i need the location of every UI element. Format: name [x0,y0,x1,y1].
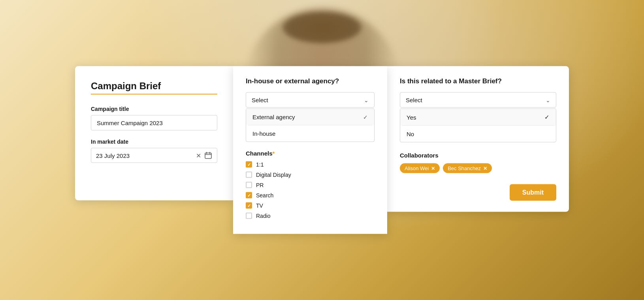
channel-digital-display-checkbox[interactable] [246,172,252,178]
date-input-value: 23 July 2023 [96,152,196,159]
channels-required-star: * [273,150,275,157]
panels-wrapper: Campaign Brief Campaign title In market … [75,66,569,234]
channel-1-1[interactable]: 1:1 [246,161,375,168]
calendar-icon[interactable] [204,152,212,159]
collaborator-alison-remove[interactable]: ✕ [431,165,435,171]
agency-dropdown-list: External agency ✓ In-house [246,109,375,142]
campaign-brief-title: Campaign Brief [91,81,217,92]
channel-radio-checkbox[interactable] [246,213,252,219]
channel-digital-display-label: Digital Display [256,172,291,178]
master-dropdown-list: Yes ✓ No [400,109,556,142]
agency-option-inhouse[interactable]: In-house [246,126,374,142]
in-market-date-label: In market date [91,139,217,145]
campaign-title-input[interactable] [91,115,217,131]
channel-search[interactable]: Search [246,192,375,199]
channel-pr-label: PR [256,182,264,188]
agency-option-external-label: External agency [252,114,295,120]
channel-tv-label: TV [256,202,263,209]
panel-master: Is this related to a Master Brief? Selec… [387,66,569,212]
clear-date-icon[interactable]: ✕ [196,152,201,159]
master-option-yes-label: Yes [407,114,416,120]
master-option-yes-check: ✓ [544,114,550,121]
channel-radio[interactable]: Radio [246,213,375,219]
collaborator-bec-remove[interactable]: ✕ [483,165,487,171]
agency-option-external[interactable]: External agency ✓ [246,109,374,125]
master-option-no[interactable]: No [400,126,556,142]
master-select-placeholder: Select [406,97,422,103]
agency-select-box[interactable]: Select ⌄ [246,92,375,108]
panel-agency: In-house or external agency? Select ⌄ Ex… [233,66,387,234]
channel-pr[interactable]: PR [246,182,375,188]
collaborators-tags: Alison Wei ✕ Bec Shanchez ✕ [400,163,556,173]
master-option-no-label: No [407,131,414,137]
date-input-icons: ✕ [196,152,212,159]
collaborator-bec-name: Bec Shanchez [448,165,481,171]
channel-1-1-checkbox[interactable] [246,161,252,168]
master-brief-title: Is this related to a Master Brief? [400,77,556,85]
date-input-wrapper: 23 July 2023 ✕ [91,148,217,163]
agency-option-external-check: ✓ [363,114,368,120]
channel-tv[interactable]: TV [246,202,375,209]
collaborator-alison-name: Alison Wei [405,165,429,171]
channel-tv-checkbox[interactable] [246,202,252,209]
master-option-yes[interactable]: Yes ✓ [400,109,556,126]
submit-button[interactable]: Submit [510,184,556,201]
channel-search-label: Search [256,192,273,199]
collaborator-tag-alison: Alison Wei ✕ [400,163,440,173]
channel-1-1-label: 1:1 [256,161,264,168]
agency-select-placeholder: Select [252,97,268,103]
channel-pr-checkbox[interactable] [246,182,252,188]
svg-rect-0 [205,153,211,159]
channel-digital-display[interactable]: Digital Display [246,172,375,178]
master-chevron-icon: ⌄ [546,97,550,103]
campaign-brief-underline [91,94,217,95]
agency-option-inhouse-label: In-house [252,130,275,137]
agency-panel-title: In-house or external agency? [246,77,375,85]
master-select-box[interactable]: Select ⌄ [400,92,556,108]
channels-label: Channels* [246,150,375,157]
panel-campaign: Campaign Brief Campaign title In market … [75,66,233,201]
collaborators-label: Collaborators [400,152,556,159]
channel-radio-label: Radio [256,213,271,219]
campaign-title-label: Campaign title [91,106,217,112]
background-hat [282,12,362,43]
channel-search-checkbox[interactable] [246,192,252,199]
collaborator-tag-bec: Bec Shanchez ✕ [443,163,492,173]
agency-chevron-icon: ⌄ [364,97,369,103]
